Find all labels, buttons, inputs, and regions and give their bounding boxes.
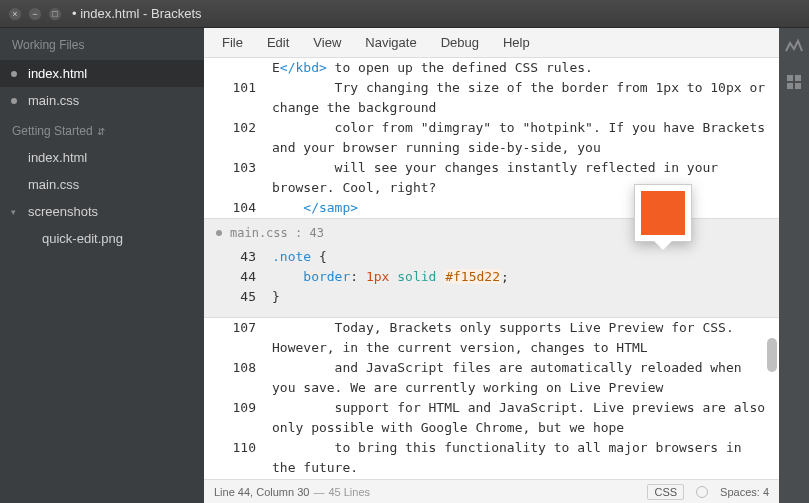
svg-rect-2	[787, 83, 793, 89]
chevron-updown-icon: ⇵	[97, 126, 105, 137]
extensions-icon[interactable]	[785, 73, 803, 94]
working-file-label: index.html	[28, 66, 87, 81]
menubar: File Edit View Navigate Debug Help	[204, 28, 779, 58]
line-count: 45 Lines	[328, 486, 370, 498]
right-rail	[779, 28, 809, 503]
live-preview-icon[interactable]	[785, 38, 803, 59]
window-title: • index.html - Brackets	[72, 6, 202, 21]
gutter: 43 44 45	[204, 247, 264, 307]
dirty-dot-icon	[11, 71, 17, 77]
titlebar: × − □ • index.html - Brackets	[0, 0, 809, 28]
folder-open-icon: ▾	[11, 207, 16, 217]
color-swatch[interactable]	[641, 191, 685, 235]
working-file-maincss[interactable]: main.css	[0, 87, 204, 114]
working-file-index[interactable]: index.html	[0, 60, 204, 87]
color-value[interactable]: #f15d22	[444, 269, 501, 284]
working-files-header[interactable]: Working Files	[0, 28, 204, 60]
inline-editor[interactable]: main.css : 43 43 44 45 .note { border: 1…	[204, 218, 779, 318]
svg-rect-3	[795, 83, 801, 89]
gutter: 107 108 109 110 111 112	[204, 318, 264, 478]
tree-file-quickedit[interactable]: quick-edit.png	[0, 225, 204, 252]
tree-file-label: quick-edit.png	[42, 231, 123, 246]
tree-file-label: index.html	[28, 150, 87, 165]
tree-file-label: main.css	[28, 177, 79, 192]
working-file-label: main.css	[28, 93, 79, 108]
menu-navigate[interactable]: Navigate	[355, 31, 426, 54]
window-close-button[interactable]: ×	[8, 7, 22, 21]
window-max-button[interactable]: □	[48, 7, 62, 21]
gutter: 101 102 103 104 105 106	[204, 58, 264, 218]
project-name: Getting Started	[12, 124, 93, 138]
scrollbar-thumb[interactable]	[767, 338, 777, 372]
cursor-position[interactable]: Line 44, Column 30	[214, 486, 309, 498]
svg-rect-0	[787, 75, 793, 81]
menu-debug[interactable]: Debug	[431, 31, 489, 54]
tree-folder-screenshots[interactable]: ▾ screenshots	[0, 198, 204, 225]
svg-rect-1	[795, 75, 801, 81]
separator-icon: —	[313, 486, 324, 498]
dirty-dot-icon	[216, 230, 222, 236]
menu-file[interactable]: File	[212, 31, 253, 54]
code-editor[interactable]: 101 102 103 104 105 106 E</kbd> to open …	[204, 58, 779, 479]
dirty-dot-icon	[11, 98, 17, 104]
project-header[interactable]: Getting Started ⇵	[0, 114, 204, 144]
window-min-button[interactable]: −	[28, 7, 42, 21]
menu-view[interactable]: View	[303, 31, 351, 54]
tree-folder-label: screenshots	[28, 204, 98, 219]
tree-file-index[interactable]: index.html	[0, 144, 204, 171]
color-swatch-popup[interactable]	[634, 184, 692, 242]
statusbar: Line 44, Column 30 — 45 Lines CSS Spaces…	[204, 479, 779, 503]
lint-status-icon[interactable]	[696, 486, 708, 498]
tree-file-maincss[interactable]: main.css	[0, 171, 204, 198]
menu-help[interactable]: Help	[493, 31, 540, 54]
language-mode[interactable]: CSS	[647, 484, 684, 500]
indent-setting[interactable]: Spaces: 4	[720, 486, 769, 498]
inline-editor-label: main.css : 43	[230, 223, 324, 243]
sidebar: Working Files index.html main.css Gettin…	[0, 28, 204, 503]
menu-edit[interactable]: Edit	[257, 31, 299, 54]
